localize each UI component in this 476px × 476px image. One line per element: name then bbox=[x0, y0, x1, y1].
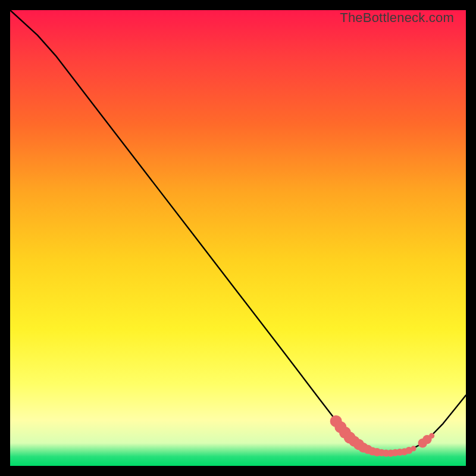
valley-marker bbox=[429, 433, 434, 439]
bottleneck-curve bbox=[10, 10, 466, 453]
chart-frame: TheBottleneck.com bbox=[0, 0, 476, 476]
valley-marker bbox=[411, 446, 416, 451]
plot-area: TheBottleneck.com bbox=[10, 10, 466, 466]
chart-overlay bbox=[10, 10, 466, 466]
valley-marker-group bbox=[330, 415, 435, 457]
